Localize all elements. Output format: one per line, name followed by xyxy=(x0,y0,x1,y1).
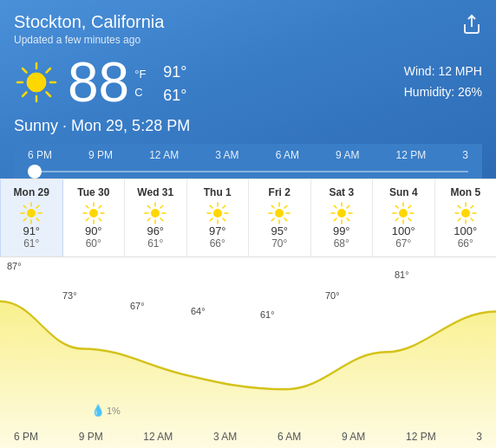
wind-humidity: Wind: 12 MPH Humidity: 26% xyxy=(404,62,482,103)
datetime-text: Mon 29, 5:28 PM xyxy=(71,117,190,134)
svg-line-43 xyxy=(223,218,225,221)
svg-line-33 xyxy=(147,205,150,208)
day-high-0: 91° xyxy=(4,224,59,237)
svg-line-81 xyxy=(458,218,460,221)
day-card-5[interactable]: Sat 3 99°68° xyxy=(311,179,374,256)
day-card-3[interactable]: Thu 1 97°66° xyxy=(187,179,250,256)
timeline-thumb[interactable] xyxy=(28,165,42,179)
header-row: Stockton, California Updated a few minut… xyxy=(14,12,482,46)
svg-point-73 xyxy=(461,209,470,218)
svg-line-6 xyxy=(23,68,27,73)
updated-text: Updated a few minutes ago xyxy=(14,34,164,46)
city-name: Stockton, California xyxy=(14,12,164,32)
day-sun-icon-7 xyxy=(454,202,477,224)
svg-line-7 xyxy=(47,93,51,97)
tl-3: 3 AM xyxy=(215,149,238,161)
day-low-1: 60° xyxy=(67,237,121,250)
day-low-6: 67° xyxy=(376,237,431,250)
svg-line-45 xyxy=(210,218,212,221)
svg-line-18 xyxy=(23,218,26,221)
day-low-0: 61° xyxy=(4,237,59,250)
svg-point-37 xyxy=(213,209,222,218)
day-label-0: Mon 29 xyxy=(4,186,59,198)
svg-line-9 xyxy=(23,93,27,97)
svg-line-53 xyxy=(284,205,287,208)
day-low-3: 66° xyxy=(191,237,245,250)
cl-3: 3 AM xyxy=(213,431,237,443)
svg-line-42 xyxy=(210,205,212,208)
day-card-1[interactable]: Tue 30 90°60° xyxy=(63,179,126,256)
svg-line-26 xyxy=(99,205,101,208)
day-card-6[interactable]: Sun 4 100°67° xyxy=(373,179,435,256)
svg-line-78 xyxy=(458,205,460,208)
top-section: Stockton, California Updated a few minut… xyxy=(0,0,496,179)
chart-bottom-labels: 6 PM 9 PM 12 AM 3 AM 6 AM 9 AM 12 PM 3 xyxy=(0,431,496,443)
svg-point-64 xyxy=(399,209,408,218)
day-card-7[interactable]: Mon 5 100°66° xyxy=(435,179,497,256)
chart-temp-2: 67° xyxy=(130,301,145,311)
day-high-2: 96° xyxy=(128,224,183,237)
day-low-5: 68° xyxy=(315,237,369,250)
svg-line-54 xyxy=(271,218,274,221)
svg-line-8 xyxy=(47,68,51,73)
day-high-1: 90° xyxy=(67,224,121,237)
chart-fill xyxy=(0,302,496,448)
tl-5: 9 AM xyxy=(336,149,359,161)
svg-point-28 xyxy=(151,209,160,218)
day-sun-icon-0 xyxy=(20,202,42,224)
day-low-7: 66° xyxy=(439,237,493,250)
timeline-labels: 6 PM 9 PM 12 AM 3 AM 6 AM 9 AM 12 PM 3 xyxy=(28,149,468,161)
cl-4: 6 AM xyxy=(277,431,301,443)
tl-0: 6 PM xyxy=(28,149,52,161)
cl-5: 9 AM xyxy=(342,431,365,443)
unit-c: C xyxy=(134,84,146,102)
share-icon[interactable] xyxy=(461,14,482,35)
cl-1: 9 PM xyxy=(79,431,103,443)
svg-line-70 xyxy=(408,218,411,221)
day-sun-icon-2 xyxy=(144,202,166,224)
svg-line-51 xyxy=(271,205,274,208)
weather-app: Stockton, California Updated a few minut… xyxy=(0,0,496,448)
day-sun-icon-6 xyxy=(392,202,414,224)
svg-line-72 xyxy=(395,218,398,221)
day-card-4[interactable]: Fri 2 95°70° xyxy=(249,179,311,256)
svg-point-55 xyxy=(337,209,346,218)
svg-line-35 xyxy=(160,205,163,208)
svg-line-44 xyxy=(223,205,225,208)
svg-line-34 xyxy=(160,218,163,221)
svg-line-80 xyxy=(471,205,473,208)
precip-text: 1% xyxy=(107,406,121,416)
chart-temp-4: 61° xyxy=(260,309,275,320)
day-sun-icon-5 xyxy=(330,202,353,224)
svg-line-24 xyxy=(86,205,88,208)
day-high-5: 99° xyxy=(315,224,369,237)
temp-low: 61° xyxy=(163,84,186,107)
svg-point-19 xyxy=(89,209,98,218)
cl-2: 12 AM xyxy=(143,431,173,443)
day-card-2[interactable]: Wed 31 96°61° xyxy=(125,179,187,256)
chart-svg xyxy=(0,257,496,448)
svg-line-36 xyxy=(147,218,150,221)
condition-row: Sunny · Mon 29, 5:28 PM xyxy=(14,117,482,135)
day-high-3: 97° xyxy=(191,224,245,237)
svg-point-10 xyxy=(27,209,36,218)
tl-4: 6 AM xyxy=(276,149,299,161)
day-high-7: 100° xyxy=(439,224,493,237)
day-low-2: 61° xyxy=(128,237,183,250)
location-info: Stockton, California Updated a few minut… xyxy=(14,12,164,46)
days-section: Mon 29 91°61°Tue 30 90°60°Wed 31 xyxy=(0,179,496,256)
timeline-track xyxy=(28,171,468,172)
timeline-bar[interactable] xyxy=(28,165,468,179)
day-high-4: 95° xyxy=(252,224,307,237)
tl-1: 9 PM xyxy=(88,149,113,161)
day-sun-icon-4 xyxy=(268,202,290,224)
svg-line-25 xyxy=(99,218,101,221)
day-card-0[interactable]: Mon 29 91°61° xyxy=(0,179,63,256)
timeline-section: 6 PM 9 PM 12 AM 3 AM 6 AM 9 AM 12 PM 3 xyxy=(14,144,482,179)
day-label-4: Fri 2 xyxy=(252,186,307,198)
chart-temp-5: 70° xyxy=(325,290,340,301)
main-weather: 88 °F C 91° 61° Wind: 12 MPH Humidity: 2… xyxy=(14,55,482,110)
day-label-1: Tue 30 xyxy=(67,186,121,198)
svg-line-16 xyxy=(36,218,39,221)
chart-temp-1: 73° xyxy=(62,290,77,301)
